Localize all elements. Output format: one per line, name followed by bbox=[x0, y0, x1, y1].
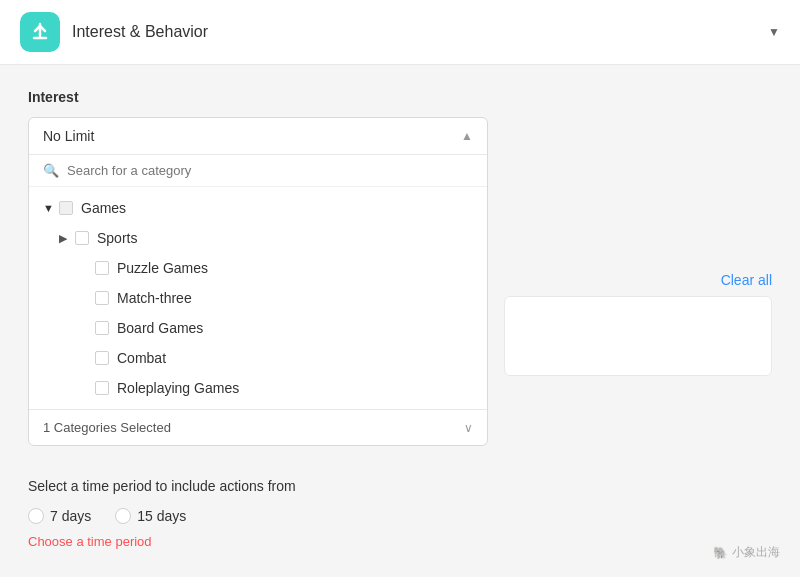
selected-bar[interactable]: 1 Categories Selected ∨ bbox=[29, 409, 487, 445]
header-chevron-icon[interactable]: ▼ bbox=[768, 25, 780, 39]
main-content: Interest No Limit ▲ 🔍 ▼ Games bbox=[0, 65, 800, 573]
sports-label: Sports bbox=[97, 230, 137, 246]
interest-dropdown: No Limit ▲ 🔍 ▼ Games ▶ bbox=[28, 117, 488, 446]
radio-group: 7 days 15 days bbox=[28, 508, 772, 524]
time-period-section: Select a time period to include actions … bbox=[28, 478, 772, 549]
combat-checkbox[interactable] bbox=[95, 351, 109, 365]
tree-item-combat[interactable]: ▶ Combat bbox=[29, 343, 487, 373]
games-label: Games bbox=[81, 200, 126, 216]
selected-tags-box bbox=[504, 296, 772, 376]
time-period-label: Select a time period to include actions … bbox=[28, 478, 772, 494]
tree-list: ▼ Games ▶ Sports ▶ Puzzle Games bbox=[29, 187, 487, 409]
dropdown-chevron-up-icon: ▲ bbox=[461, 129, 473, 143]
games-checkbox[interactable] bbox=[59, 201, 73, 215]
header-title: Interest & Behavior bbox=[72, 23, 208, 41]
search-icon: 🔍 bbox=[43, 163, 59, 178]
radio-15days-circle[interactable] bbox=[115, 508, 131, 524]
dropdown-trigger-text: No Limit bbox=[43, 128, 94, 144]
dropdown-trigger[interactable]: No Limit ▲ bbox=[29, 118, 487, 155]
radio-7days-circle[interactable] bbox=[28, 508, 44, 524]
match-three-checkbox[interactable] bbox=[95, 291, 109, 305]
interest-row: No Limit ▲ 🔍 ▼ Games ▶ bbox=[28, 117, 772, 446]
clear-all-button[interactable]: Clear all bbox=[721, 272, 772, 288]
sports-checkbox[interactable] bbox=[75, 231, 89, 245]
watermark: 🐘 小象出海 bbox=[713, 544, 780, 561]
roleplaying-label: Roleplaying Games bbox=[117, 380, 239, 396]
selected-bar-text: 1 Categories Selected bbox=[43, 420, 171, 435]
match-three-label: Match-three bbox=[117, 290, 192, 306]
tree-item-games[interactable]: ▼ Games bbox=[29, 193, 487, 223]
radio-7days[interactable]: 7 days bbox=[28, 508, 91, 524]
tree-item-sports[interactable]: ▶ Sports bbox=[29, 223, 487, 253]
watermark-text: 小象出海 bbox=[732, 544, 780, 561]
time-period-error: Choose a time period bbox=[28, 534, 772, 549]
tree-item-puzzle-games[interactable]: ▶ Puzzle Games bbox=[29, 253, 487, 283]
interest-section-label: Interest bbox=[28, 89, 772, 105]
watermark-icon: 🐘 bbox=[713, 546, 728, 560]
search-bar: 🔍 bbox=[29, 155, 487, 187]
tree-item-roleplaying[interactable]: ▶ Roleplaying Games bbox=[29, 373, 487, 403]
tree-item-match-three[interactable]: ▶ Match-three bbox=[29, 283, 487, 313]
selected-bar-chevron-icon: ∨ bbox=[464, 421, 473, 435]
combat-label: Combat bbox=[117, 350, 166, 366]
radio-15days-label: 15 days bbox=[137, 508, 186, 524]
radio-15days[interactable]: 15 days bbox=[115, 508, 186, 524]
games-arrow-icon: ▼ bbox=[43, 202, 59, 214]
search-input[interactable] bbox=[67, 163, 473, 178]
sports-arrow-icon: ▶ bbox=[59, 232, 75, 245]
header-bar: Interest & Behavior ▼ bbox=[0, 0, 800, 65]
puzzle-games-checkbox[interactable] bbox=[95, 261, 109, 275]
puzzle-games-label: Puzzle Games bbox=[117, 260, 208, 276]
board-games-checkbox[interactable] bbox=[95, 321, 109, 335]
tree-item-board-games[interactable]: ▶ Board Games bbox=[29, 313, 487, 343]
app-icon bbox=[20, 12, 60, 52]
roleplaying-checkbox[interactable] bbox=[95, 381, 109, 395]
board-games-label: Board Games bbox=[117, 320, 203, 336]
radio-7days-label: 7 days bbox=[50, 508, 91, 524]
header-left: Interest & Behavior bbox=[20, 12, 208, 52]
